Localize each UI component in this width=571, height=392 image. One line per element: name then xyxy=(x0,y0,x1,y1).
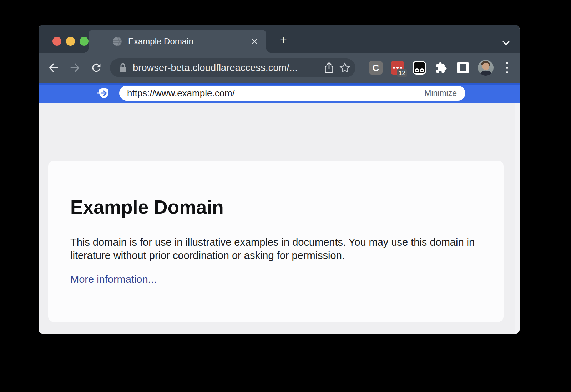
chevron-down-icon[interactable] xyxy=(500,38,512,49)
window-zoom-button[interactable] xyxy=(80,37,89,46)
reload-icon[interactable] xyxy=(89,60,104,76)
extension-dots-icon[interactable]: 12 xyxy=(391,61,404,75)
browser-window: Example Domain + xyxy=(39,25,520,334)
remote-url-bar[interactable]: https://www.example.com/ Minimize xyxy=(119,86,465,101)
side-panel-glyph xyxy=(457,62,469,73)
back-icon[interactable] xyxy=(46,60,61,76)
tab-strip: Example Domain + xyxy=(39,25,520,53)
page-body-text: This domain is for use in illustrative e… xyxy=(70,236,481,262)
desktop-background: Example Domain + xyxy=(0,0,571,392)
forward-icon[interactable] xyxy=(67,60,83,76)
browser-toolbar: browser-beta.cloudflareaccess.com/... C xyxy=(39,53,520,83)
tab-title: Example Domain xyxy=(128,36,248,46)
address-url-text: browser-beta.cloudflareaccess.com/... xyxy=(133,62,321,73)
address-bar[interactable]: browser-beta.cloudflareaccess.com/... xyxy=(110,58,355,77)
extensions-puzzle-icon[interactable] xyxy=(434,61,448,75)
kebab-menu-icon[interactable] xyxy=(502,60,512,76)
vertical-scrollbar[interactable] xyxy=(515,103,520,334)
page-title: Example Domain xyxy=(70,196,481,218)
tab-close-icon[interactable] xyxy=(248,35,261,47)
remote-url-text: https://www.example.com/ xyxy=(127,88,424,99)
more-information-link[interactable]: More information... xyxy=(70,274,157,285)
extension-badge: 12 xyxy=(397,69,407,77)
extension-goggles-icon[interactable] xyxy=(413,61,426,75)
share-icon[interactable] xyxy=(321,60,337,76)
window-close-button[interactable] xyxy=(52,37,61,46)
lock-icon[interactable] xyxy=(118,63,127,73)
globe-icon xyxy=(112,36,122,46)
toolbar-right-group: C 12 xyxy=(369,60,512,76)
content-card: Example Domain This domain is for use in… xyxy=(48,161,504,322)
side-panel-icon[interactable] xyxy=(456,61,470,75)
page-viewport: Example Domain This domain is for use in… xyxy=(39,103,520,334)
profile-avatar[interactable] xyxy=(478,60,494,76)
bookmark-star-icon[interactable] xyxy=(337,60,353,76)
window-minimize-button[interactable] xyxy=(66,37,75,46)
minimize-button[interactable]: Minimize xyxy=(424,87,458,100)
browser-tab[interactable]: Example Domain xyxy=(89,30,266,53)
extension-dots-glyph xyxy=(393,67,402,69)
new-tab-button[interactable]: + xyxy=(276,32,291,47)
shield-arrow-icon xyxy=(97,86,111,100)
window-controls xyxy=(52,37,89,46)
extension-c-icon[interactable]: C xyxy=(369,61,383,75)
isolation-toolbar: https://www.example.com/ Minimize xyxy=(39,83,520,103)
